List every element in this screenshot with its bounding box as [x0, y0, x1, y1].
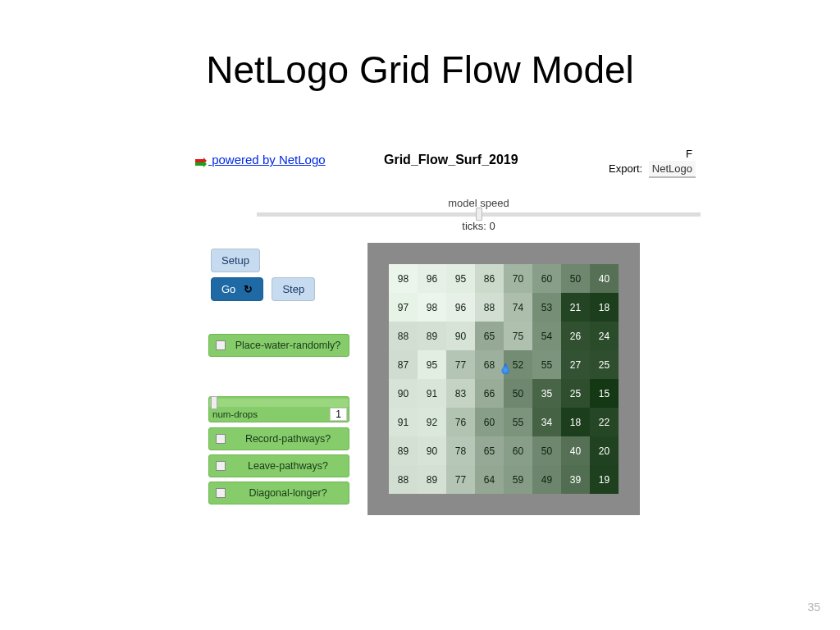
- setup-button[interactable]: Setup: [211, 249, 260, 272]
- grid-cell: 55: [532, 350, 561, 379]
- switch-diagonal-longer[interactable]: Diagonal-longer?: [208, 482, 349, 504]
- grid-cell: 88: [389, 465, 418, 494]
- checkbox-icon: [216, 434, 226, 444]
- grid-cell: 90: [389, 379, 418, 408]
- grid-cell: 90: [446, 322, 475, 350]
- speed-slider[interactable]: [257, 212, 701, 217]
- slide-page-number: 35: [807, 600, 820, 614]
- grid-cell: 78: [446, 436, 475, 465]
- switch-place-water-randomly[interactable]: Place-water-randomly?: [208, 334, 349, 357]
- grid-cell: 52: [504, 350, 532, 379]
- grid-cell: 40: [590, 264, 619, 293]
- grid-cell: 34: [532, 408, 561, 436]
- elevation-grid: 9896958670605040979896887453211888899065…: [389, 264, 619, 494]
- switch-label: Leave-pathways?: [234, 460, 342, 472]
- checkbox-icon: [216, 488, 226, 498]
- slide-title: NetLogo Grid Flow Model: [0, 48, 840, 92]
- grid-cell: 27: [561, 350, 590, 379]
- loop-icon: ↻: [244, 283, 253, 295]
- grid-cell: 89: [418, 322, 446, 350]
- grid-cell: 75: [504, 322, 532, 350]
- grid-cell: 96: [418, 264, 446, 293]
- grid-cell: 60: [532, 264, 561, 293]
- grid-cell: 19: [590, 465, 619, 494]
- switch-label: Place-water-randomly?: [234, 340, 342, 351]
- grid-cell: 74: [504, 293, 532, 322]
- checkbox-icon: [216, 461, 226, 471]
- model-name: Grid_Flow_Surf_2019: [384, 153, 518, 167]
- grid-cell: 55: [504, 408, 532, 436]
- grid-cell: 50: [504, 379, 532, 408]
- grid-cell: 25: [590, 350, 619, 379]
- grid-cell: 98: [389, 264, 418, 293]
- ticks-label: ticks: 0: [257, 220, 701, 232]
- grid-cell: 65: [475, 322, 504, 350]
- netlogo-arrow-icon: [195, 156, 207, 166]
- grid-cell: 24: [590, 322, 619, 350]
- grid-cell: 66: [475, 379, 504, 408]
- grid-cell: 77: [446, 350, 475, 379]
- go-button-label: Go: [221, 283, 235, 295]
- grid-cell: 64: [475, 465, 504, 494]
- slider-value: 1: [330, 408, 347, 421]
- grid-cell: 59: [504, 465, 532, 494]
- grid-cell: 83: [446, 379, 475, 408]
- grid-cell: 91: [418, 379, 446, 408]
- export-area: Export: NetLogo: [609, 161, 696, 178]
- grid-cell: 60: [504, 436, 532, 465]
- grid-cell: 22: [590, 408, 619, 436]
- switch-label: Record-pathways?: [234, 433, 342, 445]
- speed-control: model speed ticks: 0: [257, 197, 701, 232]
- grid-cell: 68: [475, 350, 504, 379]
- grid-cell: 88: [389, 322, 418, 350]
- grid-cell: 89: [418, 465, 446, 494]
- slider-num-drops[interactable]: num-drops 1: [208, 396, 349, 422]
- switch-record-pathways[interactable]: Record-pathways?: [208, 427, 349, 450]
- grid-cell: 53: [532, 293, 561, 322]
- grid-cell: 86: [475, 264, 504, 293]
- grid-cell: 90: [418, 436, 446, 465]
- grid-cell: 92: [418, 408, 446, 436]
- go-button[interactable]: Go ↻: [211, 277, 263, 301]
- grid-cell: 39: [561, 465, 590, 494]
- grid-cell: 70: [504, 264, 532, 293]
- grid-cell: 60: [475, 408, 504, 436]
- grid-cell: 21: [561, 293, 590, 322]
- slider-thumb[interactable]: [211, 396, 217, 409]
- grid-cell: 65: [475, 436, 504, 465]
- checkbox-icon: [216, 340, 226, 350]
- grid-cell: 97: [389, 293, 418, 322]
- grid-cell: 40: [561, 436, 590, 465]
- powered-by-netlogo-link[interactable]: powered by NetLogo: [195, 153, 326, 167]
- grid-cell: 35: [532, 379, 561, 408]
- switch-label: Diagonal-longer?: [234, 487, 342, 499]
- netlogo-app: powered by NetLogo Grid_Flow_Surf_2019 F…: [195, 148, 692, 564]
- world-view[interactable]: 9896958670605040979896887453211888899065…: [368, 243, 640, 515]
- grid-cell: 20: [590, 436, 619, 465]
- header-stub: F: [686, 148, 692, 160]
- step-button[interactable]: Step: [272, 277, 315, 301]
- top-bar: powered by NetLogo Grid_Flow_Surf_2019 F…: [195, 148, 692, 171]
- grid-cell: 50: [561, 264, 590, 293]
- export-label: Export:: [609, 162, 642, 175]
- grid-cell: 88: [475, 293, 504, 322]
- grid-cell: 95: [446, 264, 475, 293]
- grid-cell: 49: [532, 465, 561, 494]
- grid-cell: 18: [561, 408, 590, 436]
- grid-cell: 95: [418, 350, 446, 379]
- grid-cell: 50: [532, 436, 561, 465]
- grid-cell: 89: [389, 436, 418, 465]
- powered-by-text: powered by NetLogo: [212, 153, 325, 167]
- speed-slider-thumb[interactable]: [476, 208, 482, 221]
- grid-cell: 54: [532, 322, 561, 350]
- grid-cell: 26: [561, 322, 590, 350]
- slider-track[interactable]: [209, 399, 349, 407]
- grid-cell: 77: [446, 465, 475, 494]
- export-dropdown[interactable]: NetLogo: [649, 161, 696, 178]
- grid-cell: 98: [418, 293, 446, 322]
- grid-cell: 91: [389, 408, 418, 436]
- controls-panel: Setup Go ↻ Step Place-water-randomly? nu…: [208, 246, 356, 509]
- switch-leave-pathways[interactable]: Leave-pathways?: [208, 454, 349, 477]
- grid-cell: 18: [590, 293, 619, 322]
- slider-name: num-drops: [212, 409, 258, 419]
